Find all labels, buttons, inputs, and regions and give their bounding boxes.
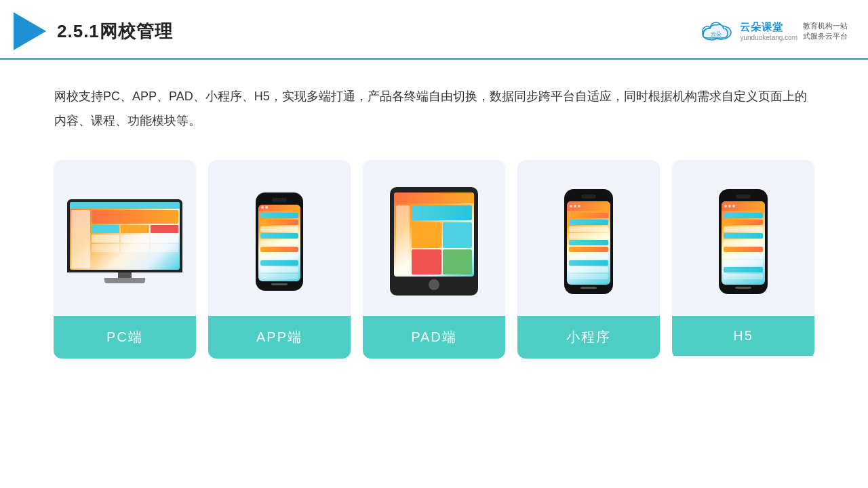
card-app-label: APP端 (208, 316, 351, 359)
brand-text: 云朵课堂 yunduoketang.com (740, 21, 797, 41)
phone-mini-mockup (564, 189, 613, 294)
card-miniprogram-label: 小程序 (517, 316, 660, 359)
pc-screen-inner (70, 202, 180, 270)
phone-app-mockup (256, 192, 303, 291)
brand-slogan: 教育机构一站 式服务云平台 (803, 21, 848, 42)
card-miniprogram: 小程序 (517, 160, 660, 359)
card-pad: PAD端 (363, 160, 505, 359)
card-h5-label: H5 (672, 316, 814, 356)
header-right: 云朵 云朵课堂 yunduoketang.com 教育机构一站 式服务云平台 (698, 19, 848, 43)
svg-text:云朵: 云朵 (711, 31, 722, 37)
cloud-logo: 云朵 云朵课堂 yunduoketang.com 教育机构一站 式服务云平台 (698, 19, 848, 43)
page-title: 2.5.1网校管理 (57, 20, 173, 43)
brand-domain: yunduoketang.com (740, 34, 797, 41)
card-h5-image (672, 160, 814, 316)
card-pc-image (54, 160, 196, 316)
card-pc: PC端 (54, 160, 196, 359)
card-pad-label: PAD端 (363, 316, 505, 359)
header: 2.5.1网校管理 云朵 云朵课堂 yunduoketang.com 教育机构一… (0, 0, 868, 60)
card-h5: H5 (672, 160, 814, 359)
card-pad-image (363, 160, 505, 316)
cloud-icon: 云朵 (698, 19, 734, 43)
card-app-image (208, 160, 351, 316)
tablet-mockup (390, 187, 478, 296)
cards-container: PC端 (0, 146, 868, 379)
pc-screen (67, 199, 182, 272)
card-app: APP端 (208, 160, 351, 359)
logo-triangle-icon (14, 12, 46, 50)
card-miniprogram-image (517, 160, 660, 316)
card-pc-label: PC端 (54, 316, 196, 359)
description-text: 网校支持PC、APP、PAD、小程序、H5，实现多端打通，产品各终端自由切换，数… (0, 60, 868, 146)
pc-mockup (67, 199, 182, 283)
phone-h5-mockup (719, 189, 768, 294)
header-left: 2.5.1网校管理 (14, 12, 173, 50)
brand-name: 云朵课堂 (740, 21, 783, 34)
